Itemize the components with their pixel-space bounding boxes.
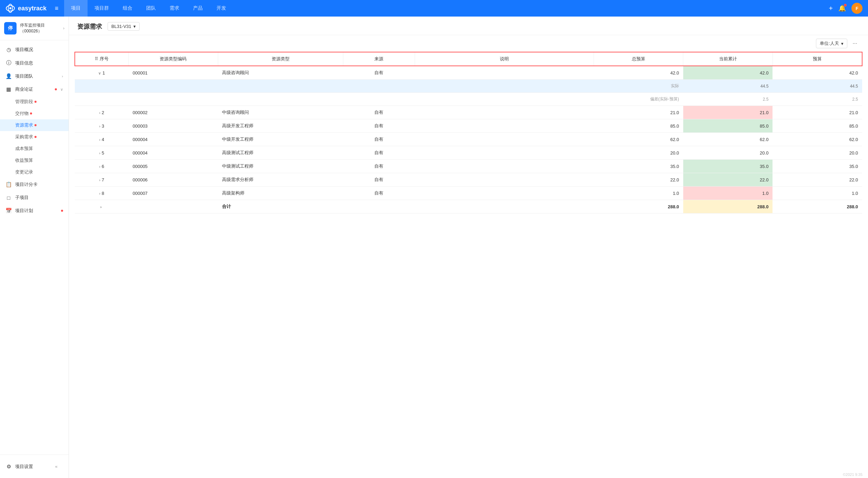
expand-icon-5[interactable]: › [99,151,100,155]
sidebar-item-revenue[interactable]: 收益预算 [0,155,69,166]
cell-type-2: 中级咨询顾问 [218,106,343,119]
cell-plan-3: 85.0 [773,119,862,133]
table-wrapper: ⠿ 序号 资源类型编码 资源类型 来源 说明 总预算 当前累计 预算 [69,52,868,471]
nav-item-product[interactable]: 产品 [186,0,210,17]
add-button[interactable]: + [829,4,833,12]
drag-handle-icon: ⠿ [95,56,98,61]
nav-item-team[interactable]: 团队 [139,0,163,17]
th-plan: 预算 [773,52,862,66]
table-row-deviation-1: 偏差(实际-预算) 2.5 2.5 [75,93,862,106]
expand-icon-6[interactable]: › [99,165,100,169]
table-row: ›4 000004 中级开发工程师 自有 62.0 62.0 62.0 [75,133,862,146]
sidebar-label-subproject: 子项目 [15,195,63,201]
cell-source-1: 自有 [343,66,415,80]
sidebar-item-deliverable[interactable]: 交付物 [0,108,69,119]
unit-dropdown-icon: ▾ [841,41,844,46]
cell-type-3: 高级开发工程师 [218,119,343,133]
project-expand-arrow: › [63,26,64,31]
table-row-total: › 合计 288.0 288.0 288.0 [75,200,862,213]
logo-area[interactable]: easytrack [6,3,47,13]
unit-label: 单位:人天 [820,40,839,47]
nav-item-dev[interactable]: 开发 [210,0,233,17]
top-navigation: easytrack ≡ 项目 项目群 组合 团队 需求 产品 开发 + 🔔 F [0,0,868,17]
table-body: ∨1 000001 高级咨询顾问 自有 42.0 42.0 42.0 [75,66,862,213]
cell-code-7: 000006 [129,173,218,187]
project-name: 停车监控项目（000026） [20,22,60,34]
cell-desc-7 [415,173,594,187]
sidebar-item-change[interactable]: 变更记录 [0,166,69,178]
procurement-dot [34,136,37,138]
expand-icon-7[interactable]: › [99,178,100,182]
version-select[interactable]: BL31-V31 ▾ [108,22,140,31]
nav-item-program[interactable]: 项目群 [88,0,116,17]
cell-total-expand[interactable]: › [75,200,129,213]
menu-toggle-button[interactable]: ≡ [52,3,61,13]
cell-dev-empty2 [129,93,218,106]
sidebar-project[interactable]: 停 停车监控项目（000026） › [0,17,69,40]
cell-seq-7: ›7 [75,173,129,187]
sidebar-label-deliverable: 交付物 [15,110,29,117]
sidebar-item-procurement[interactable]: 采购需求 [0,131,69,143]
sidebar-collapse-button[interactable]: « [50,461,63,472]
cell-deviation-label: 偏差(实际-预算) [594,93,683,106]
table-header: ⠿ 序号 资源类型编码 资源类型 来源 说明 总预算 当前累计 预算 [75,52,862,66]
expand-icon-8[interactable]: › [99,191,100,196]
sidebar-item-bizcase[interactable]: ▦ 商业论证 ∨ [0,83,69,96]
cell-source-2: 自有 [343,106,415,119]
sidebar-item-team[interactable]: 👤 项目团队 › [0,70,69,83]
cell-seq-4: ›4 [75,133,129,146]
cell-type-4: 中级开发工程师 [218,133,343,146]
more-button[interactable]: ··· [850,39,860,48]
bell-button[interactable]: 🔔 [838,4,846,12]
scorecard-icon: 📋 [6,181,12,188]
avatar[interactable]: F [851,3,862,14]
sidebar-item-mgmt-phase[interactable]: 管理阶段 [0,96,69,108]
sidebar-item-settings[interactable]: ⚙ 项目设置 « [0,458,69,475]
sidebar-item-scorecard[interactable]: 📋 项目计分卡 [0,178,69,191]
plan-dot [61,210,63,212]
nav-item-requirement[interactable]: 需求 [163,0,186,17]
nav-item-project[interactable]: 项目 [64,0,88,17]
expand-icon-2[interactable]: › [99,111,100,115]
page-header: 资源需求 BL31-V31 ▾ [69,17,868,35]
svg-point-2 [9,7,11,9]
cell-actual-empty1 [75,80,129,93]
cell-desc-2 [415,106,594,119]
cell-seq-5: ›5 [75,146,129,160]
cell-current-4: 62.0 [683,133,773,146]
sidebar-label-scorecard: 项目计分卡 [15,181,63,188]
sidebar-item-resource[interactable]: 资源需求 [0,119,69,131]
cell-budget-7: 22.0 [594,173,683,187]
mgmt-dot [34,101,37,103]
table-row: ›2 000002 中级咨询顾问 自有 21.0 21.0 21.0 [75,106,862,119]
nav-item-portfolio[interactable]: 组合 [116,0,139,17]
nav-items: 项目 项目群 组合 团队 需求 产品 开发 [64,0,829,17]
expand-icon-4[interactable]: › [99,138,100,142]
cell-source-5: 自有 [343,146,415,160]
th-budget: 总预算 [594,52,683,66]
sidebar-item-plan[interactable]: 📅 项目计划 [0,204,69,217]
cell-desc-1 [415,66,594,80]
unit-select[interactable]: 单位:人天 ▾ [816,39,847,48]
expand-icon-1[interactable]: ∨ [98,71,101,75]
sidebar-item-info[interactable]: ⓘ 项目信息 [0,56,69,70]
expand-icon-3[interactable]: › [99,124,100,128]
sidebar-item-subproject[interactable]: □ 子项目 [0,191,69,204]
copyright: ©2021 9:35 [69,471,868,478]
cell-budget-3: 85.0 [594,119,683,133]
sidebar-label-resource: 资源需求 [15,122,33,128]
cell-total-empty [129,200,218,213]
cell-code-6: 000005 [129,160,218,173]
cell-plan-7: 22.0 [773,173,862,187]
cell-current-7: 22.0 [683,173,773,187]
sidebar-item-overview[interactable]: ◷ 项目概况 [0,43,69,56]
total-expand-icon[interactable]: › [100,205,102,209]
sidebar-item-cost[interactable]: 成本预算 [0,143,69,155]
cell-type-6: 中级测试工程师 [218,160,343,173]
cell-current-2: 21.0 [683,106,773,119]
table-row: ›6 000005 中级测试工程师 自有 35.0 35.0 35.0 [75,160,862,173]
page-title: 资源需求 [77,22,102,31]
cell-seq-6: ›6 [75,160,129,173]
table-controls: 单位:人天 ▾ ··· [69,35,868,52]
cell-actual-empty5 [415,80,594,93]
